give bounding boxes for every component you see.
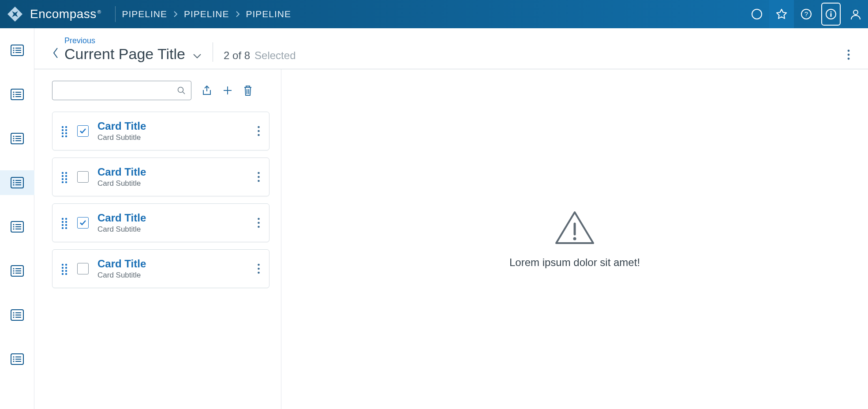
page-more-icon[interactable]	[847, 49, 850, 61]
back-icon[interactable]	[52, 39, 59, 60]
rail-item[interactable]	[0, 347, 34, 371]
breadcrumb-item[interactable]: PIPELINE	[122, 9, 167, 19]
svg-point-29	[13, 140, 14, 141]
svg-point-107	[258, 218, 260, 220]
drag-handle-icon[interactable]	[60, 263, 68, 275]
export-icon[interactable]	[201, 85, 213, 96]
list-icon	[11, 133, 24, 144]
selection-count-value: 2 of 8	[224, 49, 250, 62]
card-more-icon[interactable]	[257, 263, 260, 274]
svg-point-115	[65, 270, 67, 272]
list-icon	[11, 89, 24, 100]
checkbox[interactable]	[77, 125, 89, 137]
card-more-icon[interactable]	[257, 125, 260, 137]
warning-icon	[554, 210, 596, 247]
svg-point-119	[258, 268, 260, 270]
svg-point-63	[13, 358, 14, 360]
svg-point-103	[62, 224, 64, 226]
svg-point-104	[65, 224, 67, 226]
breadcrumb-item[interactable]: PIPELINE	[184, 9, 229, 19]
svg-point-94	[62, 181, 64, 183]
empty-state-message: Lorem ipsum dolor sit amet!	[509, 256, 640, 269]
chevron-right-icon	[173, 11, 178, 18]
svg-point-111	[65, 264, 67, 266]
topbar: Encompass® PIPELINE PIPELINE PIPELINE ?	[0, 0, 868, 28]
svg-point-80	[65, 129, 67, 131]
detail-panel: Lorem ipsum dolor sit amet!	[281, 69, 868, 409]
card-list: Card TitleCard SubtitleCard TitleCard Su…	[52, 112, 269, 290]
rail-item[interactable]	[0, 170, 34, 195]
svg-point-84	[65, 135, 67, 137]
rail-item[interactable]	[0, 214, 34, 239]
svg-point-120	[258, 272, 260, 274]
checkbox[interactable]	[77, 171, 89, 183]
rail-item[interactable]	[0, 38, 34, 63]
svg-point-79	[62, 129, 64, 131]
info-icon[interactable]	[819, 0, 843, 28]
svg-point-43	[13, 228, 14, 229]
svg-point-88	[62, 172, 64, 174]
svg-point-77	[62, 126, 64, 128]
svg-point-5	[752, 9, 762, 19]
help-icon[interactable]: ?	[794, 0, 819, 28]
svg-point-64	[13, 360, 14, 362]
rail-item[interactable]	[0, 126, 34, 151]
svg-point-83	[62, 135, 64, 137]
checkbox[interactable]	[77, 263, 89, 274]
svg-point-27	[13, 135, 14, 137]
add-icon[interactable]	[222, 85, 233, 96]
svg-point-87	[258, 134, 260, 136]
list-icon	[11, 265, 24, 277]
svg-point-101	[62, 221, 64, 223]
svg-point-91	[65, 175, 67, 177]
user-icon[interactable]	[843, 0, 868, 28]
selection-count-label: Selected	[254, 49, 296, 62]
svg-point-69	[848, 54, 850, 56]
svg-point-28	[13, 138, 14, 139]
svg-rect-10	[831, 13, 832, 17]
list-item[interactable]: Card TitleCard Subtitle	[52, 203, 269, 242]
svg-point-42	[13, 226, 14, 227]
svg-point-95	[65, 181, 67, 183]
previous-link[interactable]: Previous	[64, 36, 202, 45]
svg-point-85	[258, 126, 260, 128]
card-more-icon[interactable]	[257, 171, 260, 183]
title-dropdown-icon[interactable]	[192, 49, 202, 59]
list-item[interactable]: Card TitleCard Subtitle	[52, 158, 269, 196]
drag-handle-icon[interactable]	[60, 171, 68, 183]
svg-point-78	[65, 126, 67, 128]
drag-handle-icon[interactable]	[60, 125, 68, 137]
card-more-icon[interactable]	[257, 217, 260, 229]
list-icon	[11, 221, 24, 233]
svg-point-13	[13, 47, 14, 49]
svg-point-113	[65, 267, 67, 269]
search-input-wrapper[interactable]	[52, 81, 191, 100]
list-item[interactable]: Card TitleCard Subtitle	[52, 112, 269, 150]
favorite-icon[interactable]	[769, 0, 794, 28]
status-circle-icon[interactable]	[745, 0, 769, 28]
rail-item[interactable]	[0, 303, 34, 327]
rail-item[interactable]	[0, 259, 34, 283]
svg-point-98	[258, 180, 260, 182]
breadcrumb-item[interactable]: PIPELINE	[246, 9, 292, 19]
chevron-right-icon	[236, 11, 240, 18]
delete-icon[interactable]	[243, 84, 253, 97]
list-item[interactable]: Card TitleCard Subtitle	[52, 249, 269, 288]
svg-point-114	[62, 270, 64, 272]
svg-point-110	[62, 264, 64, 266]
svg-point-71	[178, 87, 183, 93]
search-input[interactable]	[58, 86, 177, 94]
svg-point-112	[62, 267, 64, 269]
search-icon[interactable]	[177, 86, 186, 95]
rail-item[interactable]	[0, 82, 34, 107]
svg-point-48	[13, 268, 14, 269]
svg-point-90	[62, 175, 64, 177]
svg-point-49	[13, 270, 14, 271]
list-panel: Card TitleCard SubtitleCard TitleCard Su…	[52, 69, 281, 409]
drag-handle-icon[interactable]	[60, 217, 68, 229]
card-title: Card Title	[97, 120, 248, 132]
checkbox[interactable]	[77, 217, 89, 229]
brand: Encompass®	[0, 5, 109, 23]
svg-point-108	[258, 222, 260, 224]
svg-point-117	[65, 273, 67, 275]
